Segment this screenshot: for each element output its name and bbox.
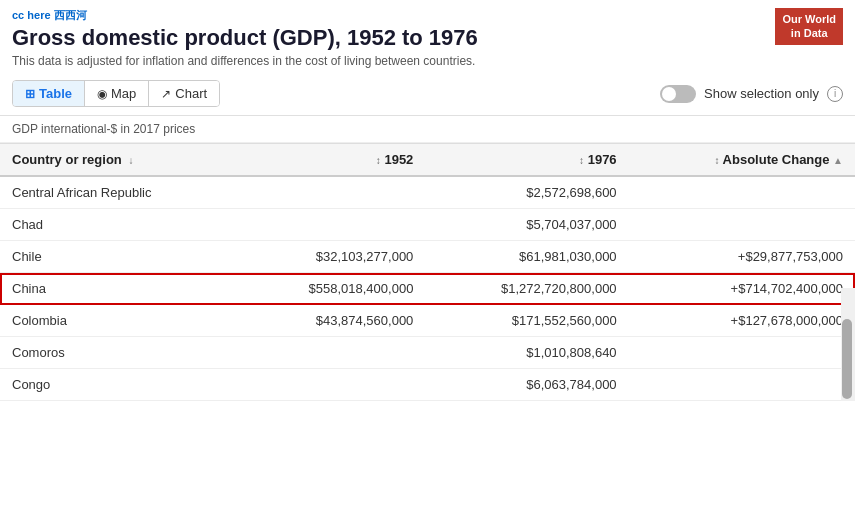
tab-map[interactable]: ◉ Map [85, 81, 149, 106]
tab-group: ⊞ Table ◉ Map ↗ Chart [12, 80, 220, 107]
cell-change: +$29,877,753,000 [629, 241, 855, 273]
chart-icon: ↗ [161, 87, 171, 101]
tab-table-label: Table [39, 86, 72, 101]
cell-country: Chad [0, 209, 238, 241]
table-row[interactable]: Central African Republic$2,572,698,600 [0, 176, 855, 209]
site-label: cc here 西西河 [12, 8, 843, 23]
cell-1976: $1,272,720,800,000 [425, 273, 628, 305]
cell-1952 [238, 209, 425, 241]
page-title: Gross domestic product (GDP), 1952 to 19… [12, 25, 843, 51]
cell-country: Chile [0, 241, 238, 273]
cell-change: +$127,678,000,000 [629, 305, 855, 337]
cell-change: +$714,702,400,000 [629, 273, 855, 305]
table-row[interactable]: Chad$5,704,037,000 [0, 209, 855, 241]
cell-country: China [0, 273, 238, 305]
tab-map-label: Map [111, 86, 136, 101]
cell-1976: $2,572,698,600 [425, 176, 628, 209]
map-icon: ◉ [97, 87, 107, 101]
col-change-arrow: ▲ [833, 155, 843, 166]
table-row[interactable]: Comoros$1,010,808,640 [0, 337, 855, 369]
cell-country: Congo [0, 369, 238, 401]
table-row[interactable]: Colombia$43,874,560,000$171,552,560,000+… [0, 305, 855, 337]
cell-country: Colombia [0, 305, 238, 337]
table-icon: ⊞ [25, 87, 35, 101]
tab-chart[interactable]: ↗ Chart [149, 81, 219, 106]
scrollbar-track[interactable] [841, 288, 855, 401]
col-change[interactable]: ↕ Absolute Change ▲ [629, 144, 855, 177]
cell-country: Central African Republic [0, 176, 238, 209]
brand-badge: Our World in Data [775, 8, 843, 45]
cell-1952 [238, 337, 425, 369]
cell-change [629, 369, 855, 401]
cell-1976: $1,010,808,640 [425, 337, 628, 369]
cell-change [629, 176, 855, 209]
table-row[interactable]: Congo$6,063,784,000 [0, 369, 855, 401]
scrollbar-thumb[interactable] [842, 319, 852, 399]
col-country[interactable]: Country or region ↓ [0, 144, 238, 177]
table-header-row: Country or region ↓ ↕ 1952 ↕ 1976 ↕ [0, 144, 855, 177]
tab-chart-label: Chart [175, 86, 207, 101]
col-1952[interactable]: ↕ 1952 [238, 144, 425, 177]
col-1976[interactable]: ↕ 1976 [425, 144, 628, 177]
sort-1976-icon[interactable]: ↕ [579, 155, 584, 166]
table-row[interactable]: China$558,018,400,000$1,272,720,800,000+… [0, 273, 855, 305]
cell-1952: $558,018,400,000 [238, 273, 425, 305]
cell-1952 [238, 369, 425, 401]
info-icon[interactable]: i [827, 86, 843, 102]
tab-table[interactable]: ⊞ Table [13, 81, 85, 106]
cell-1976: $6,063,784,000 [425, 369, 628, 401]
cell-1976: $171,552,560,000 [425, 305, 628, 337]
cell-1952: $43,874,560,000 [238, 305, 425, 337]
sort-country-icon[interactable]: ↓ [128, 155, 133, 166]
sort-change-icon[interactable]: ↕ [714, 155, 719, 166]
cell-1952 [238, 176, 425, 209]
cell-1976: $5,704,037,000 [425, 209, 628, 241]
table-row[interactable]: Chile$32,103,277,000$61,981,030,000+$29,… [0, 241, 855, 273]
table-unit-label: GDP international-$ in 2017 prices [0, 116, 855, 143]
sort-1952-icon[interactable]: ↕ [376, 155, 381, 166]
cell-change [629, 209, 855, 241]
subtitle: This data is adjusted for inflation and … [12, 54, 843, 68]
gdp-table: Country or region ↓ ↕ 1952 ↕ 1976 ↕ [0, 143, 855, 401]
toggle-label: Show selection only [704, 86, 819, 101]
cell-1952: $32,103,277,000 [238, 241, 425, 273]
cell-1976: $61,981,030,000 [425, 241, 628, 273]
cell-change [629, 337, 855, 369]
show-selection-toggle[interactable] [660, 85, 696, 103]
cell-country: Comoros [0, 337, 238, 369]
